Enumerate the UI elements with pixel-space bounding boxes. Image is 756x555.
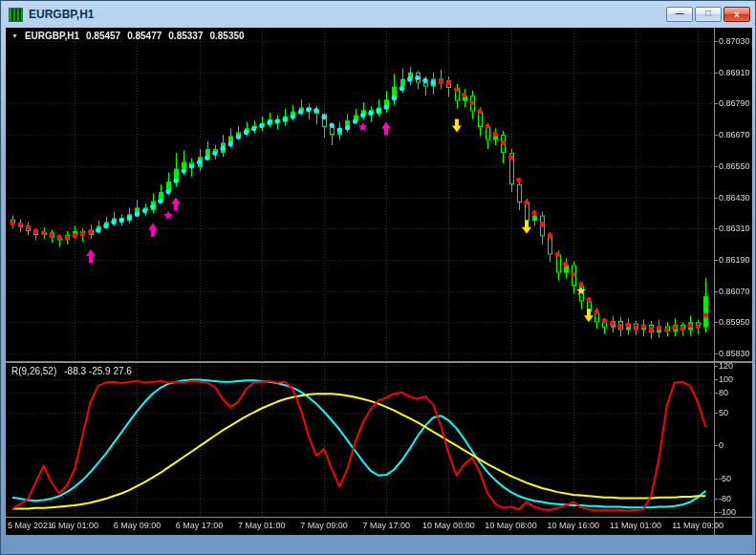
price-axis-label: 0.86430 [719,193,750,203]
indicator-values: -88.3 -25.9 27.6 [64,366,132,376]
minimize-button[interactable]: — [666,7,693,22]
titlebar[interactable]: EURGBP,H1 — □ × [2,2,754,27]
price-axis-label: 0.85950 [719,317,750,327]
price-axis-label: 0.86310 [719,224,750,233]
open-value: 0.85457 [86,31,120,41]
time-axis-label: 10 May 08:00 [478,521,545,530]
time-axis-label: 6 May 17:00 [166,521,233,530]
time-axis-label: 7 May 09:00 [291,521,357,530]
chart-app-icon [9,8,23,22]
indicator-axis-label: 0 [719,440,724,450]
price-axis-label: 0.87030 [719,36,750,46]
metatrader-chart-window: EURGBP,H1 — □ × ▼ EURGBP,H1 0.85457 0.85… [0,0,756,555]
time-axis-label: 10 May 16:00 [540,521,607,530]
maximize-icon: □ [705,9,710,18]
indicator-axis-label: 50 [719,408,728,417]
close-value: 0.85350 [209,31,244,41]
time-axis-label: 11 May 09:00 [664,521,731,530]
time-axis-label: 10 May 00:00 [415,521,482,530]
indicator-axis-label: -50 [719,474,731,483]
time-axis-label: 6 May 01:00 [41,521,108,530]
price-axis-label: 0.86910 [719,68,750,77]
price-axis-label: 0.86550 [719,161,750,171]
ohlc-header: ▼ EURGBP,H1 0.85457 0.85477 0.85337 0.85… [11,31,245,41]
indicator-name: R(9,26,52) [11,366,56,376]
high-value: 0.85477 [127,31,162,41]
window-title: EURGBP,H1 [29,8,94,21]
minimize-icon: — [676,9,684,18]
symbol-period-label: EURGBP,H1 [25,31,79,41]
price-axis-label: 0.86190 [719,255,750,265]
indicator-axis-label: 120 [719,361,733,371]
time-axis-label: 7 May 17:00 [353,521,420,530]
time-axis-label: 7 May 01:00 [228,521,295,530]
time-axis-label: 6 May 09:00 [103,521,170,530]
indicator-axis-label: -80 [719,494,731,503]
low-value: 0.85337 [168,31,203,41]
time-axis-label: 11 May 01:00 [602,521,669,530]
maximize-button[interactable]: □ [695,7,722,22]
chart-canvas[interactable] [6,28,752,535]
price-axis-label: 0.85830 [719,349,750,358]
price-axis-label: 0.86670 [719,130,750,139]
indicator-axis-label: -100 [719,507,736,517]
close-icon: × [734,10,740,20]
indicator-axis-label: 80 [719,388,728,397]
close-button[interactable]: × [724,7,750,22]
price-axis-label: 0.86790 [719,98,750,108]
indicator-axis-label: 100 [719,374,733,384]
window-controls: — □ × [666,7,750,22]
price-axis-label: 0.86070 [719,287,750,296]
indicator-label: R(9,26,52) -88.3 -25.9 27.6 [11,366,132,376]
chart-menu-arrow-icon[interactable]: ▼ [11,32,18,39]
chart-area: ▼ EURGBP,H1 0.85457 0.85477 0.85337 0.85… [6,28,752,535]
